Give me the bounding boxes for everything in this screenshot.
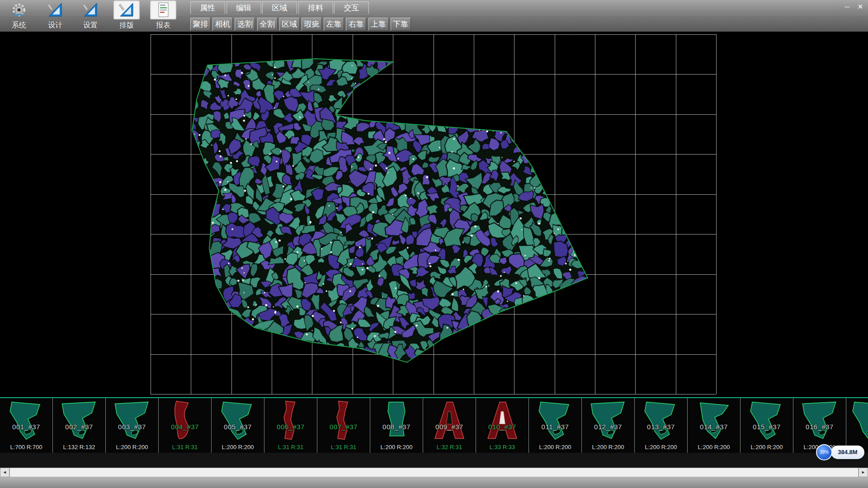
part-count-label: L:200 R:200 [688,444,740,450]
minimize-button[interactable]: ─ [842,2,853,12]
action-button-1[interactable]: 聚排 [190,18,211,31]
action-button-2[interactable]: 相机 [212,18,233,31]
part-shape [744,399,789,442]
part-id-label: 005_#37 [212,423,264,431]
part-id-label: 011_#37 [529,423,581,431]
part-count-label: L:700 R:700 [0,444,52,450]
window-bottom-frame [0,477,868,488]
part-count-label: L:200 R:200 [529,444,581,450]
part-count-label: L:200 R:200 [106,444,158,450]
action-button-6[interactable]: 瑕疵 [302,18,322,31]
scroll-left-arrow-icon[interactable]: ◄ [0,468,9,477]
action-button-9[interactable]: 上靠 [368,18,389,31]
part-thumbnail-14[interactable]: 014_#37L:200 R:200 [688,398,741,453]
part-count-label: L:200 R:200 [635,444,687,450]
scroll-right-arrow-icon[interactable]: ► [859,468,868,477]
part-thumbnail-5[interactable]: 005_#37L:200 R:200 [212,398,264,453]
part-shape [427,399,472,442]
part-thumbnail-15[interactable]: 015_#37L:200 R:200 [741,398,793,453]
part-count-label: L:200 R:200 [741,444,793,450]
part-shape [109,399,155,442]
scrollbar-thumb[interactable] [9,468,859,477]
action-button-10[interactable]: 下靠 [391,18,411,31]
part-thumbnail-7[interactable]: 007_#37L:31 R:31 [317,398,370,453]
horizontal-scrollbar[interactable]: ◄ ► [0,468,868,477]
part-count-label: L:31 R:31 [159,444,211,450]
part-shape [480,399,525,442]
action-button-7[interactable]: 左靠 [324,18,344,31]
part-thumbnail-8[interactable]: 008_#37L:200 R:200 [370,398,423,453]
part-id-label: 015_#37 [741,423,793,431]
part-id-label: 006_#37 [264,423,317,431]
part-shape [638,399,684,442]
part-id-label: 008_#37 [370,423,423,431]
part-count-label: L:132 R:132 [53,444,105,450]
part-thumbnail-17[interactable] [846,398,868,453]
part-shape [691,399,736,442]
part-shape [162,399,208,442]
part-shape [585,399,631,442]
part-id-label: 016_#37 [793,423,846,431]
part-thumbnail-13[interactable]: 013_#37L:200 R:200 [635,398,688,453]
memory-badge: 384.8M [831,446,864,459]
action-button-8[interactable]: 右靠 [346,18,366,31]
part-thumbnail-9[interactable]: 009_#37L:32 R:31 [423,398,476,453]
part-id-label: 001_#37 [0,423,52,431]
part-shape [533,399,578,442]
parts-strip: 001_#37L:700 R:700002_#37L:132 R:132003_… [0,397,868,453]
part-id-label: 013_#37 [635,423,687,431]
part-count-label: L:200 R:200 [582,444,634,450]
action-button-4[interactable]: 全割 [257,18,278,31]
part-count-label: L:32 R:31 [423,444,476,450]
part-thumbnail-10[interactable]: 010_#37L:33 R:33 [476,398,529,453]
part-shape [4,399,49,442]
part-id-label: 014_#37 [688,423,740,431]
part-count-label: L:31 R:31 [264,444,317,450]
part-thumbnail-12[interactable]: 012_#37L:200 R:200 [582,398,635,453]
part-thumbnail-3[interactable]: 003_#37L:200 R:200 [106,398,159,453]
part-id-label: 012_#37 [582,423,634,431]
part-thumbnail-4[interactable]: 004_#37L:31 R:31 [159,398,212,453]
part-shape [215,399,260,442]
part-count-label: L:31 R:31 [317,444,370,450]
part-count-label: L:200 R:200 [212,444,264,450]
part-thumbnail-11[interactable]: 011_#37L:200 R:200 [529,398,582,453]
part-id-label: 004_#37 [159,423,211,431]
action-button-3[interactable]: 选割 [235,18,255,31]
part-count-label: L:200 R:200 [370,444,423,450]
part-shape [846,399,868,442]
part-shape [321,399,366,442]
action-button-5[interactable]: 区域 [279,18,300,31]
part-id-label: 009_#37 [423,423,476,431]
part-thumbnail-1[interactable]: 001_#37L:700 R:700 [0,398,53,453]
nesting-canvas[interactable] [0,32,868,397]
part-count-label: L:33 R:33 [476,444,528,450]
part-id-label: 010_#37 [476,423,528,431]
part-thumbnail-16[interactable]: 016_#37L:200 R:200 [793,398,846,453]
part-shape [797,399,842,442]
part-thumbnail-2[interactable]: 002_#37L:132 R:132 [53,398,106,453]
part-id-label: 002_#37 [53,423,105,431]
part-thumbnail-6[interactable]: 006_#37L:31 R:31 [264,398,317,453]
action-buttons: 聚排相机选割全割区域瑕疵左靠右靠上靠下靠 [0,0,868,32]
part-shape [374,399,419,442]
part-shape [268,399,313,442]
part-id-label: 003_#37 [106,423,158,431]
close-button[interactable]: ✕ [855,2,866,12]
part-id-label: 007_#37 [317,423,370,431]
progress-badge: 38% [816,444,832,460]
strip-lower-gap [0,453,868,468]
part-shape [57,399,102,442]
